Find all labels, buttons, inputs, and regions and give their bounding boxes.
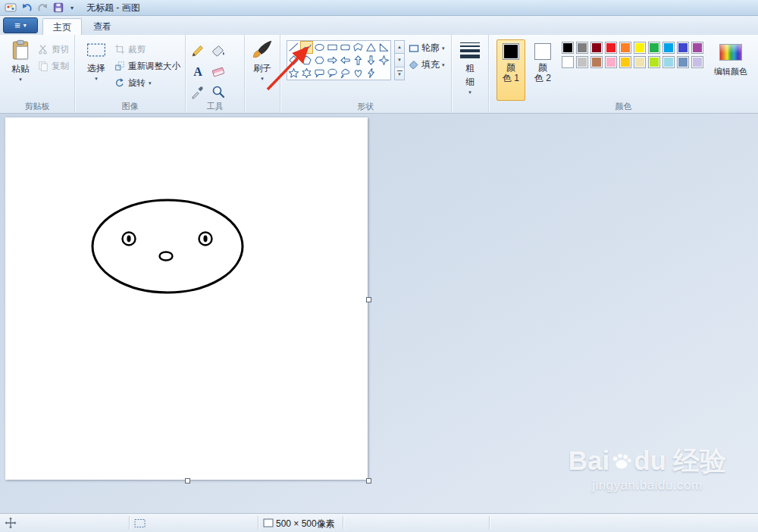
- canvas-resize-handle-right[interactable]: [366, 297, 371, 302]
- fill-icon: [211, 43, 226, 58]
- palette-swatch-7f7f7f[interactable]: [576, 42, 588, 54]
- magnifier-tool-button[interactable]: [208, 82, 228, 102]
- shapes-group-label: 形状: [280, 101, 451, 112]
- shape-four-point-star-icon[interactable]: [377, 54, 390, 67]
- shape-six-point-star-icon[interactable]: [300, 67, 313, 80]
- shape-cloud-callout-icon[interactable]: [339, 67, 352, 80]
- size-button[interactable]: 粗 细 ▾: [455, 39, 485, 95]
- shape-hexagon-icon[interactable]: [313, 54, 326, 67]
- shape-gallery: [287, 40, 391, 80]
- shape-fill-label: 填充: [421, 58, 440, 71]
- palette-swatch-fff200[interactable]: [634, 42, 646, 54]
- tab-view[interactable]: 查看: [83, 18, 121, 35]
- shape-line-icon[interactable]: [287, 41, 300, 54]
- eraser-tool-button[interactable]: [208, 61, 228, 81]
- shape-pentagon-icon[interactable]: [300, 54, 313, 67]
- tab-home[interactable]: 主页: [42, 18, 82, 35]
- shapes-scroll-up-button[interactable]: ▲: [394, 40, 405, 54]
- palette-swatch-99d9ea[interactable]: [662, 56, 675, 68]
- brushes-button[interactable]: 刷子 ▾: [247, 39, 277, 81]
- shape-five-point-star-icon[interactable]: [287, 67, 300, 80]
- palette-swatch-b5e61d[interactable]: [648, 56, 660, 68]
- menu-icon: ≡: [14, 20, 20, 30]
- shape-up-arrow-icon[interactable]: [352, 54, 365, 67]
- shapes-scroll-down-button[interactable]: ▼: [394, 53, 405, 67]
- palette-swatch-efe4b0[interactable]: [634, 56, 646, 68]
- shape-down-arrow-icon[interactable]: [365, 54, 377, 67]
- watermark-url: jingyan.baidu.com: [568, 478, 726, 493]
- shape-fill-button[interactable]: 填充 ▾: [409, 58, 445, 71]
- copy-label: 复制: [52, 61, 69, 72]
- color2-swatch: [534, 43, 551, 60]
- palette-swatch-ffffff[interactable]: [562, 56, 574, 68]
- face-drawing: [5, 117, 368, 480]
- fill-tool-button[interactable]: [208, 41, 228, 61]
- pencil-tool-button[interactable]: [188, 41, 208, 61]
- paste-button[interactable]: 粘贴 ▾: [5, 39, 36, 82]
- outline-button[interactable]: 轮廓 ▾: [409, 42, 445, 55]
- select-button[interactable]: 选择 ▾: [80, 39, 113, 81]
- rotate-button[interactable]: 旋转 ▾: [114, 75, 152, 90]
- file-menu-button[interactable]: ≡ ▾: [3, 17, 38, 33]
- palette-swatch-ffaec9[interactable]: [605, 56, 617, 68]
- undo-button[interactable]: [19, 2, 34, 14]
- shape-rounded-callout-icon[interactable]: [313, 67, 326, 80]
- copy-button[interactable]: 复制: [38, 58, 69, 74]
- crop-button[interactable]: 裁剪: [114, 42, 146, 57]
- palette-swatch-3f48cc[interactable]: [677, 42, 689, 54]
- edit-colors-button[interactable]: 编辑颜色: [709, 39, 753, 101]
- shape-oval-icon[interactable]: [313, 41, 326, 54]
- outline-label: 轮廓: [421, 42, 440, 55]
- customize-qat-dropdown-icon[interactable]: ▾: [70, 5, 74, 11]
- cut-button[interactable]: 剪切: [38, 42, 69, 57]
- shape-lightning-icon[interactable]: [365, 67, 377, 80]
- shape-diamond-icon[interactable]: [287, 54, 300, 67]
- colors-group-label: 颜色: [489, 101, 758, 112]
- palette-swatch-7092be[interactable]: [677, 56, 689, 68]
- brush-icon: [251, 39, 274, 61]
- color2-button[interactable]: 颜 色 2: [528, 39, 557, 101]
- shape-right-triangle-icon[interactable]: [377, 41, 390, 54]
- line-thickness-icon: [460, 42, 480, 58]
- text-tool-button[interactable]: A: [188, 61, 208, 81]
- palette-swatch-000000[interactable]: [562, 42, 574, 54]
- palette-swatch-880015[interactable]: [590, 42, 603, 54]
- shape-polygon-icon[interactable]: [352, 41, 365, 54]
- shape-oval-callout-icon[interactable]: [326, 67, 339, 80]
- redo-button[interactable]: [35, 2, 50, 14]
- color-picker-tool-button[interactable]: [188, 82, 208, 102]
- shape-right-arrow-icon[interactable]: [326, 54, 339, 67]
- palette-swatch-ed1c24[interactable]: [605, 42, 617, 54]
- magnifier-icon: [211, 84, 226, 99]
- color1-button[interactable]: 颜 色 1: [496, 39, 525, 101]
- save-button[interactable]: [51, 2, 66, 14]
- palette-swatch-a349a4[interactable]: [691, 42, 703, 54]
- canvas-resize-handle-bottom[interactable]: [185, 478, 190, 483]
- color-palette: [562, 42, 703, 68]
- palette-swatch-c3c3c3[interactable]: [576, 56, 588, 68]
- palette-swatch-ff7f27[interactable]: [619, 42, 631, 54]
- shape-left-arrow-icon[interactable]: [339, 54, 352, 67]
- cursor-position-icon: [5, 517, 17, 529]
- palette-swatch-ffc90e[interactable]: [619, 56, 631, 68]
- shape-fill-icon: [409, 60, 419, 70]
- shapes-expand-button[interactable]: ▼: [394, 67, 405, 80]
- resize-button[interactable]: 重新调整大小: [114, 58, 180, 74]
- shape-rounded-rectangle-icon[interactable]: [339, 41, 352, 54]
- shape-heart-icon[interactable]: [352, 67, 365, 80]
- shape-rectangle-icon[interactable]: [326, 41, 339, 54]
- palette-swatch-00a2e8[interactable]: [662, 42, 675, 54]
- shape-curve-icon[interactable]: [300, 41, 313, 54]
- palette-swatch-b97a57[interactable]: [590, 56, 603, 68]
- palette-swatch-c8bfe7[interactable]: [691, 56, 703, 68]
- watermark: Bai du 经验 jingyan.baidu.com: [568, 446, 726, 493]
- resize-label: 重新调整大小: [128, 61, 180, 72]
- shape-fill-caret-icon: ▾: [442, 62, 445, 67]
- shape-triangle-icon[interactable]: [365, 41, 377, 54]
- shape-gallery-scroll: ▲ ▼ ▼: [394, 40, 405, 80]
- size-label-2: 细: [465, 76, 475, 89]
- drawing-canvas[interactable]: [5, 117, 368, 480]
- status-divider: [258, 516, 258, 530]
- palette-swatch-22b14c[interactable]: [648, 42, 660, 54]
- canvas-resize-handle-corner[interactable]: [366, 478, 371, 483]
